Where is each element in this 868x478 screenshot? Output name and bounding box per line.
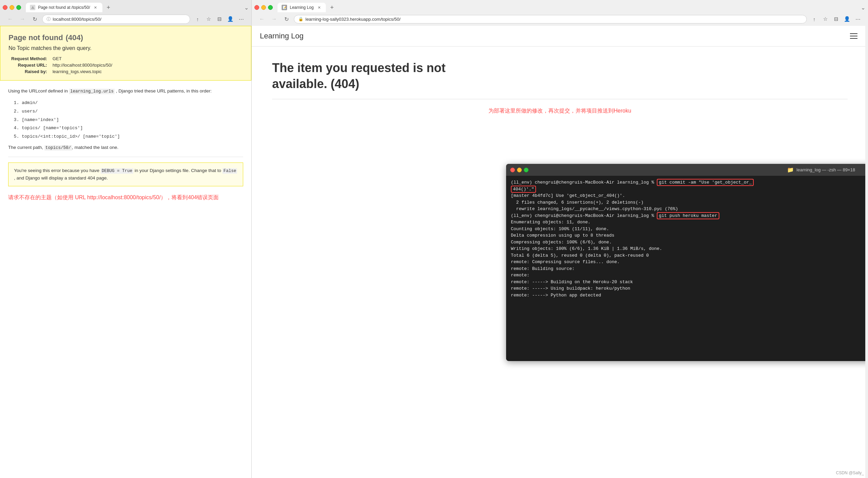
new-tab-button-left[interactable]: + — [104, 3, 113, 12]
forward-button-right[interactable]: → — [269, 14, 279, 24]
share-icon-left[interactable]: ↑ — [193, 14, 202, 24]
debug-false-code: False — [222, 168, 237, 174]
page-content-left: Page not found (404) No Topic matches th… — [0, 26, 251, 478]
bookmark-icon-right[interactable]: ☆ — [820, 14, 830, 24]
current-path-code: topics/50/ — [45, 145, 72, 151]
app-brand: Learning Log — [260, 32, 303, 40]
url-bar-right[interactable]: 🔒 learning-log-sally0323.herokuapp.com/t… — [294, 15, 807, 23]
close-button-right[interactable] — [254, 5, 259, 10]
terminal-titlebar: 📁 learning_log — -zsh — 89×18 — [506, 164, 868, 176]
url-lock-left: ⓘ — [47, 16, 51, 22]
request-method-label: Request Method: — [9, 55, 50, 62]
chinese-annotation-right: 为部署这里所做的修改，再次提交，并将项目推送到Heroku — [272, 107, 848, 115]
url-text-right: learning-log-sally0323.herokuapp.com/top… — [305, 17, 401, 22]
terminal-line-16: remote: -----> Using buildpack: heroku/p… — [511, 285, 868, 292]
active-tab-right[interactable]: 📝 Learning Log ✕ — [278, 3, 326, 12]
active-tab-left[interactable]: ⚠ Page not found at /topics/50/ ✕ — [26, 3, 102, 12]
minimize-button-right[interactable] — [261, 5, 266, 10]
raised-by-label: Raised by: — [9, 68, 50, 75]
reload-button-right[interactable]: ↻ — [282, 14, 291, 24]
maximize-button[interactable] — [16, 5, 21, 10]
hamburger-button[interactable] — [848, 30, 860, 42]
git-commit-cmd-wrap: 404()'." — [511, 186, 536, 193]
terminal-window: 📁 learning_log — -zsh — 89×18 (ll_env) c… — [506, 164, 868, 361]
debug-note: You're seeing this error because you hav… — [8, 163, 243, 186]
section-divider — [8, 157, 243, 157]
tab-title-right: Learning Log — [290, 5, 314, 10]
more-icon-right[interactable]: ⋯ — [853, 14, 863, 24]
terminal-traffic-lights — [510, 168, 529, 172]
terminal-line-13: remote: Building source: — [511, 266, 868, 272]
right-scrollbar[interactable] — [865, 0, 868, 478]
right-browser-chrome: 📝 Learning Log ✕ + ⌄ ← → ↻ 🔒 learning-lo… — [252, 0, 868, 26]
tab-close-left[interactable]: ✕ — [93, 5, 98, 10]
request-url-value: http://localhost:8000/topics/50/ — [50, 62, 115, 68]
right-divider — [272, 99, 848, 99]
address-bar-right: ← → ↻ 🔒 learning-log-sally0323.herokuapp… — [254, 12, 865, 26]
terminal-line-6: Enumerating objects: 11, done. — [511, 219, 868, 226]
forward-button-left[interactable]: → — [18, 14, 27, 24]
git-push-cmd: git push heroku master — [657, 212, 719, 219]
terminal-title-text: learning_log — -zsh — 89×18 — [797, 167, 855, 172]
error-meta: Request Method: GET Request URL: http://… — [9, 55, 243, 75]
terminal-line-1: (ll_env) chengrui@chengruis-MacBook-Air … — [511, 179, 868, 186]
debug-setting-code: DEBUG = True — [101, 168, 133, 174]
sidebar-icon-right[interactable]: ⊟ — [831, 14, 841, 24]
profile-icon-left[interactable]: 👤 — [226, 14, 235, 24]
tab-menu-right[interactable]: ⌄ — [861, 4, 865, 11]
address-bar-left: ← → ↻ ⓘ localhost:8000/topics/50/ ↑ ☆ ⊟ … — [3, 12, 249, 26]
back-button-right[interactable]: ← — [257, 14, 267, 24]
terminal-close-button[interactable] — [510, 168, 515, 172]
terminal-line-10: Writing objects: 100% (6/6), 1.36 KiB | … — [511, 245, 868, 252]
error-header: Page not found (404) No Topic matches th… — [0, 26, 251, 81]
tab-close-right[interactable]: ✕ — [316, 5, 322, 10]
profile-icon-right[interactable]: 👤 — [842, 14, 852, 24]
terminal-line-7: Counting objects: 100% (11/11), done. — [511, 226, 868, 233]
maximize-button-right[interactable] — [268, 5, 273, 10]
back-button-left[interactable]: ← — [5, 14, 15, 24]
minimize-button[interactable] — [10, 5, 14, 10]
git-commit-cmd: git commit -am "Use 'get_object_or_ — [657, 179, 754, 186]
traffic-lights-right — [254, 5, 273, 10]
terminal-line-5: (ll_env) chengrui@chengruis-MacBook-Air … — [511, 212, 868, 219]
tab-title-left: Page not found at /topics/50/ — [38, 5, 90, 10]
new-tab-button-right[interactable]: + — [327, 3, 337, 12]
terminal-maximize-button[interactable] — [524, 168, 529, 172]
tab-favicon-left: ⚠ — [30, 5, 35, 10]
folder-icon: 📁 — [787, 167, 794, 173]
terminal-minimize-button[interactable] — [517, 168, 522, 172]
bookmark-icon-left[interactable]: ☆ — [204, 14, 213, 24]
error-body: Using the URLconf defined in learning_lo… — [8, 87, 243, 202]
hamburger-line-1 — [850, 33, 857, 34]
terminal-line-4: rewrite learning_logs/__pycache__/views.… — [511, 206, 868, 212]
tab-menu-left[interactable]: ⌄ — [244, 4, 249, 11]
terminal-title: 📁 learning_log — -zsh — 89×18 — [531, 167, 868, 173]
chinese-annotation-left: 请求不存在的主题（如使用 URL http://localhost:8000/t… — [8, 193, 243, 202]
left-browser-chrome: ⚠ Page not found at /topics/50/ ✕ + ⌄ ← … — [0, 0, 251, 26]
close-button[interactable] — [3, 5, 7, 10]
request-method-value: GET — [50, 55, 115, 62]
request-url-label: Request URL: — [9, 62, 50, 68]
url-bar-left[interactable]: ⓘ localhost:8000/topics/50/ — [42, 15, 190, 24]
error-title: Page not found (404) — [9, 32, 243, 42]
left-browser: ⚠ Page not found at /topics/50/ ✕ + ⌄ ← … — [0, 0, 252, 478]
more-icon-left[interactable]: ⋯ — [236, 14, 246, 24]
share-icon-right[interactable]: ↑ — [809, 14, 819, 24]
url-lock-right: 🔒 — [298, 17, 303, 21]
url-pattern-3: [name='index'] — [22, 116, 243, 124]
urlconf-module: learning_log.urls — [69, 89, 115, 94]
terminal-line-8: Delta compression using up to 8 threads — [511, 232, 868, 239]
tab-bar-left: ⚠ Page not found at /topics/50/ ✕ + ⌄ — [3, 3, 249, 12]
sidebar-icon-left[interactable]: ⊟ — [215, 14, 224, 24]
terminal-line-12: remote: Compressing source files... done… — [511, 259, 868, 266]
url-pattern-5: topics/<int:topic_id>/ [name='topic'] — [22, 133, 243, 141]
app-navbar: Learning Log — [252, 26, 868, 47]
urlconf-paragraph: Using the URLconf defined in learning_lo… — [8, 87, 243, 95]
terminal-content[interactable]: (ll_env) chengrui@chengruis-MacBook-Air … — [506, 176, 868, 359]
terminal-line-17: remote: -----> Python app detected — [511, 292, 868, 299]
reload-button-left[interactable]: ↻ — [30, 14, 39, 24]
tab-bar-right: 📝 Learning Log ✕ + ⌄ — [254, 3, 865, 12]
current-path-paragraph: The current path, topics/50/, matched th… — [8, 144, 243, 151]
url-pattern-2: users/ — [22, 107, 243, 116]
terminal-line-15: remote: -----> Building on the Heroku-20… — [511, 279, 868, 286]
